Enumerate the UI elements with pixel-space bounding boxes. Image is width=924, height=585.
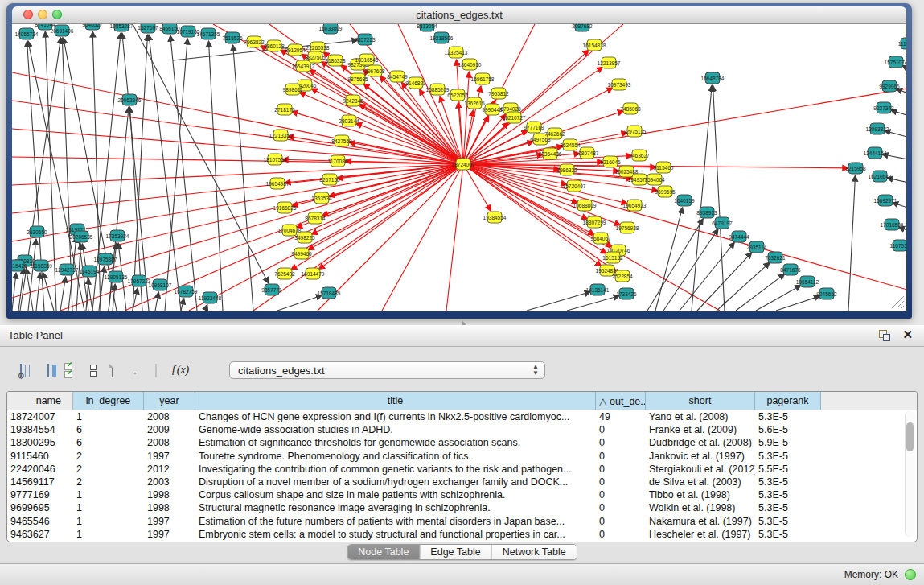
network-node-label: 9990448 bbox=[482, 107, 503, 113]
table-cell: 0 bbox=[596, 528, 646, 541]
table-row[interactable]: 946554611997Estimation of the future num… bbox=[7, 515, 917, 528]
column-header-title[interactable]: title bbox=[195, 392, 596, 410]
tab-edge-table[interactable]: Edge Table bbox=[419, 545, 491, 559]
network-node-label: 3624554 bbox=[560, 142, 581, 148]
table-cell: 5.9E-5 bbox=[755, 436, 821, 449]
network-node-label: 16210643 bbox=[869, 174, 892, 179]
table-row[interactable]: 1456911722003Disruption of a novel membe… bbox=[7, 476, 917, 488]
network-node-label: 12093822 bbox=[866, 126, 889, 132]
table-cell: 0 bbox=[596, 488, 646, 501]
network-node-label: 11156869 bbox=[30, 263, 52, 269]
network-node-label: 9499466 bbox=[291, 251, 312, 257]
node-table: namein_degreeyeartitle△ out_de...shortpa… bbox=[6, 391, 918, 542]
column-header-short[interactable]: short bbox=[646, 392, 755, 410]
network-node-label: 8741044 bbox=[35, 24, 55, 27]
network-node-label: 10973493 bbox=[608, 82, 631, 88]
table-cell: Genome-wide association studies in ADHD. bbox=[195, 423, 596, 436]
table-cell: 49 bbox=[596, 410, 646, 423]
network-window-titlebar[interactable]: citations_edges.txt bbox=[12, 6, 906, 24]
show-columns-icon[interactable] bbox=[39, 360, 58, 380]
table-cell: 2008 bbox=[144, 436, 195, 449]
network-node-label: 18316546 bbox=[355, 57, 379, 63]
network-node-label: 19654987 bbox=[266, 181, 290, 187]
network-node-label: 19166825 bbox=[273, 205, 297, 211]
table-cell: 2008 bbox=[144, 410, 195, 423]
table-panel: Table Panel ✕ ⚙ bbox=[0, 325, 924, 563]
table-panel-title: Table Panel bbox=[8, 329, 63, 341]
table-row[interactable]: 2242004622012Investigating the contribut… bbox=[7, 463, 917, 476]
table-row[interactable]: 977716911998Corpus callosum shape and si… bbox=[7, 488, 917, 501]
network-node-label: 9463627 bbox=[629, 153, 650, 159]
network-node-label: 6522057 bbox=[447, 93, 468, 98]
new-file-icon[interactable] bbox=[103, 360, 122, 380]
table-select-dropdown[interactable]: citations_edges.txt ▲▼ bbox=[229, 361, 545, 379]
citation-network-graph[interactable]: 1872400779638228860128891295422260538982… bbox=[12, 24, 906, 311]
table-settings-icon[interactable]: ⚙ bbox=[11, 360, 31, 380]
network-canvas[interactable]: 1872400779638228860128891295422260538982… bbox=[12, 24, 906, 311]
column-header-in_degree[interactable]: in_degree bbox=[73, 392, 144, 410]
network-node-label: 2087682 bbox=[572, 24, 593, 29]
column-header-name[interactable]: name bbox=[7, 392, 73, 410]
table-cell: 0 bbox=[596, 501, 646, 514]
close-panel-icon[interactable]: ✕ bbox=[902, 328, 913, 342]
table-row[interactable]: 1830029562008Estimation of significance … bbox=[7, 436, 917, 449]
table-cell: 18724007 bbox=[7, 410, 73, 423]
table-cell: 2003 bbox=[144, 476, 195, 488]
table-cell: Embryonic stem cells: a model to study s… bbox=[195, 528, 596, 541]
scrollbar-thumb[interactable] bbox=[906, 422, 914, 451]
table-cell: Structural magnetic resonance image aver… bbox=[195, 501, 596, 514]
network-node-label: 15692971 bbox=[874, 198, 897, 204]
function-builder-icon[interactable]: ƒ(x) bbox=[170, 360, 190, 380]
network-node-label: 6216046 bbox=[600, 159, 621, 165]
table-row[interactable]: 1938455462009Genome-wide association stu… bbox=[7, 423, 917, 436]
column-header-out_de[interactable]: △ out_de... bbox=[596, 392, 646, 410]
network-node-label: 16210727 bbox=[503, 115, 526, 121]
table-cell: 6 bbox=[73, 423, 144, 436]
table-header-row[interactable]: namein_degreeyeartitle△ out_de...shortpa… bbox=[7, 392, 917, 410]
network-node-label: 12444154 bbox=[864, 150, 887, 156]
vertical-scrollbar[interactable] bbox=[905, 411, 915, 537]
network-node-label: 1167534 bbox=[890, 243, 906, 249]
network-node-label: 10958107 bbox=[149, 282, 172, 288]
table-cell: 5.3E-5 bbox=[755, 476, 821, 488]
network-node-label: 9875685 bbox=[347, 76, 368, 82]
table-toolbar: ⚙ ƒ(x) citations_e bbox=[0, 346, 924, 388]
column-header-pagerank[interactable]: pagerank bbox=[755, 392, 821, 410]
float-panel-icon[interactable] bbox=[879, 330, 890, 341]
table-row[interactable]: 911546021997Tourette syndrome. Phenomeno… bbox=[7, 450, 917, 463]
network-node-label: 10975887 bbox=[94, 257, 117, 262]
network-node-label: 3498225 bbox=[294, 235, 315, 241]
table-cell: Jankovic et al. (1997) bbox=[646, 450, 755, 463]
network-node-label: 2803144 bbox=[339, 118, 359, 124]
table-panel-header: Table Panel ✕ bbox=[0, 325, 924, 347]
network-node-label: 1527607 bbox=[138, 25, 158, 31]
table-body[interactable]: 1872400712008Changes of HCN gene express… bbox=[7, 410, 917, 541]
select-all-icon[interactable] bbox=[64, 360, 84, 380]
table-row[interactable]: 1872400712008Changes of HCN gene express… bbox=[7, 410, 917, 423]
network-node-label: 7462662 bbox=[544, 131, 565, 137]
network-node-label: 12213355 bbox=[269, 133, 293, 138]
network-node-label: 14055724 bbox=[15, 31, 39, 37]
delete-icon[interactable] bbox=[124, 360, 143, 380]
table-cell: 1997 bbox=[144, 450, 195, 463]
network-node-label: 18640910 bbox=[458, 62, 482, 68]
network-node-label: 1640159 bbox=[674, 198, 695, 204]
column-header-year[interactable]: year bbox=[144, 392, 195, 410]
network-node-label: 2935114 bbox=[747, 245, 767, 250]
table-cell: Stergiakouli et al. (2012) bbox=[646, 463, 755, 476]
network-node-label: 7625402 bbox=[274, 271, 295, 277]
network-node-label: 16154838 bbox=[583, 43, 606, 48]
network-node-label: 9546327 bbox=[82, 24, 103, 27]
network-node-label: 9684067 bbox=[590, 236, 611, 241]
table-cell: 5.6E-5 bbox=[755, 423, 821, 436]
table-cell: 2 bbox=[73, 450, 144, 463]
table-row[interactable]: 946362711997Embryonic stem cells: a mode… bbox=[7, 528, 917, 541]
table-cell: 2012 bbox=[144, 463, 195, 476]
table-cell: Disruption of a novel member of a sodium… bbox=[195, 476, 596, 488]
rows-icon[interactable] bbox=[84, 360, 103, 380]
tab-network-table[interactable]: Network Table bbox=[491, 545, 577, 559]
table-row[interactable]: 969969511998Structural magnetic resonanc… bbox=[7, 501, 917, 514]
table-cell: Wolkin et al. (1998) bbox=[646, 501, 755, 514]
table-cell: 9115460 bbox=[7, 450, 73, 463]
tab-node-table[interactable]: Node Table bbox=[347, 545, 419, 559]
